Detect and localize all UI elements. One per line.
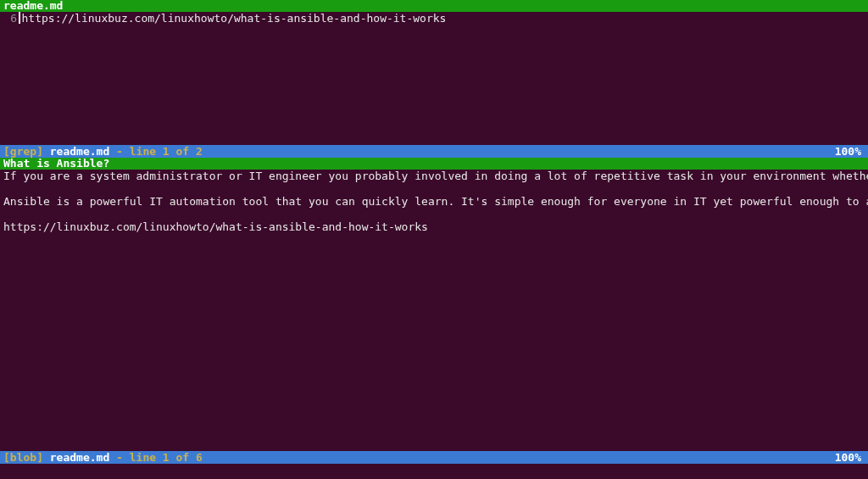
status-dash: - [116, 145, 130, 158]
content-line [0, 208, 868, 220]
content-line: Ansible is a powerful IT automation tool… [0, 195, 868, 208]
status-file: readme.md [50, 451, 109, 464]
status-pos: line 1 of 6 [130, 451, 203, 464]
content-line: If you are a system administrator or IT … [0, 170, 868, 182]
grep-result-text: https://linuxbuz.com/linuxhowto/what-is-… [22, 12, 447, 25]
status-pct: 100% [835, 451, 865, 464]
grep-status-bar: [grep] readme.md - line 1 of 2 100% [0, 145, 868, 158]
file-title: readme.md [3, 0, 63, 12]
blob-status-bar: [blob] readme.md - line 1 of 6 100% [0, 451, 868, 464]
status-left: [grep] readme.md - line 1 of 2 [3, 145, 203, 158]
title-bar: readme.md [0, 0, 868, 12]
grep-pane[interactable]: 6 https://linuxbuz.com/linuxhowto/what-i… [0, 12, 868, 145]
editor-root: readme.md 6 https://linuxbuz.com/linuxho… [0, 0, 868, 479]
mode-label: [grep] [3, 145, 43, 158]
status-left: [blob] readme.md - line 1 of 6 [3, 451, 203, 464]
blob-pane[interactable]: If you are a system administrator or IT … [0, 170, 868, 451]
text-cursor [19, 12, 20, 24]
content-line: https://linuxbuz.com/linuxhowto/what-is-… [0, 220, 868, 233]
content-heading: What is Ansible? [0, 158, 868, 170]
mode-label: [blob] [3, 451, 43, 464]
status-pct: 100% [835, 145, 865, 158]
status-dash: - [116, 451, 130, 464]
status-file: readme.md [50, 145, 109, 158]
content-line [0, 182, 868, 195]
line-number: 6 [0, 12, 19, 25]
heading-text: What is Ansible? [3, 157, 109, 170]
status-pos: line 1 of 2 [130, 145, 203, 158]
grep-result-row[interactable]: 6 https://linuxbuz.com/linuxhowto/what-i… [0, 12, 868, 25]
footer-gap [0, 464, 868, 479]
